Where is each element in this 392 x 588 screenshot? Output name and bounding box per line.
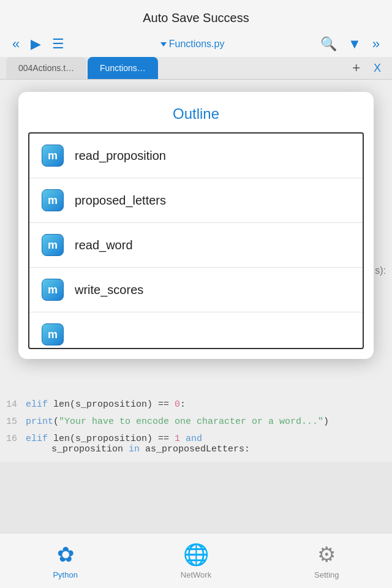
- outline-item-read-proposition[interactable]: m read_proposition: [29, 134, 363, 178]
- filename-label: Functions.py: [169, 39, 225, 50]
- method-badge: m: [42, 279, 64, 301]
- nav-item-setting[interactable]: ⚙ Setting: [262, 542, 392, 579]
- method-badge: m: [42, 323, 64, 345]
- tabs-bar: 004Actions.t… Functions… + X: [0, 57, 392, 80]
- file-selector[interactable]: Functions.py: [160, 39, 225, 50]
- modal-overlay: Outline m read_proposition m proposed_le…: [0, 80, 392, 533]
- nav-label-network: NetWork: [181, 570, 211, 579]
- header-title: Auto Save Success: [0, 0, 392, 31]
- outline-item-read-word[interactable]: m read_word: [29, 223, 363, 268]
- search-icon[interactable]: 🔍: [320, 36, 337, 52]
- nav-label-setting: Setting: [314, 570, 339, 579]
- tab-add-button[interactable]: +: [346, 58, 366, 78]
- toolbar: « ▶ ☰ Functions.py 🔍 ▼ »: [0, 31, 392, 57]
- back-icon[interactable]: «: [12, 36, 20, 52]
- network-icon: 🌐: [183, 542, 209, 567]
- outline-item-name: proposed_letters: [75, 194, 166, 208]
- dropdown-arrow-icon: [160, 42, 167, 47]
- outline-item-name: read_proposition: [75, 149, 166, 163]
- outline-list: m read_proposition m proposed_letters m …: [28, 132, 364, 349]
- tab-functions[interactable]: Functions…: [88, 57, 158, 79]
- method-badge: m: [42, 234, 64, 256]
- outline-item-name: write_scores: [75, 283, 143, 297]
- tab-close-button[interactable]: X: [369, 59, 386, 77]
- outline-title: Outline: [18, 92, 374, 132]
- toolbar-left: « ▶ ☰: [12, 36, 64, 52]
- outline-item-name: read_word: [75, 238, 133, 252]
- setting-icon: ⚙: [317, 542, 336, 567]
- filter-icon[interactable]: ▼: [348, 36, 361, 52]
- list-icon[interactable]: ☰: [52, 36, 64, 52]
- method-badge: m: [42, 145, 64, 167]
- outline-item-write-scores[interactable]: m write_scores: [29, 268, 363, 312]
- forward-icon[interactable]: »: [372, 36, 380, 52]
- play-icon[interactable]: ▶: [31, 36, 41, 52]
- outline-item-proposed-letters[interactable]: m proposed_letters: [29, 178, 363, 223]
- method-badge: m: [42, 189, 64, 211]
- bottom-nav: ✿ Python 🌐 NetWork ⚙ Setting: [0, 533, 392, 588]
- tab-004actions[interactable]: 004Actions.t…: [6, 57, 86, 79]
- outline-modal: Outline m read_proposition m proposed_le…: [18, 92, 374, 359]
- toolbar-right: 🔍 ▼ »: [320, 36, 380, 52]
- nav-label-python: Python: [53, 570, 77, 579]
- outline-item-more[interactable]: m: [29, 312, 363, 348]
- nav-item-network[interactable]: 🌐 NetWork: [130, 542, 261, 579]
- python-icon: ✿: [57, 542, 74, 567]
- nav-item-python[interactable]: ✿ Python: [0, 542, 130, 579]
